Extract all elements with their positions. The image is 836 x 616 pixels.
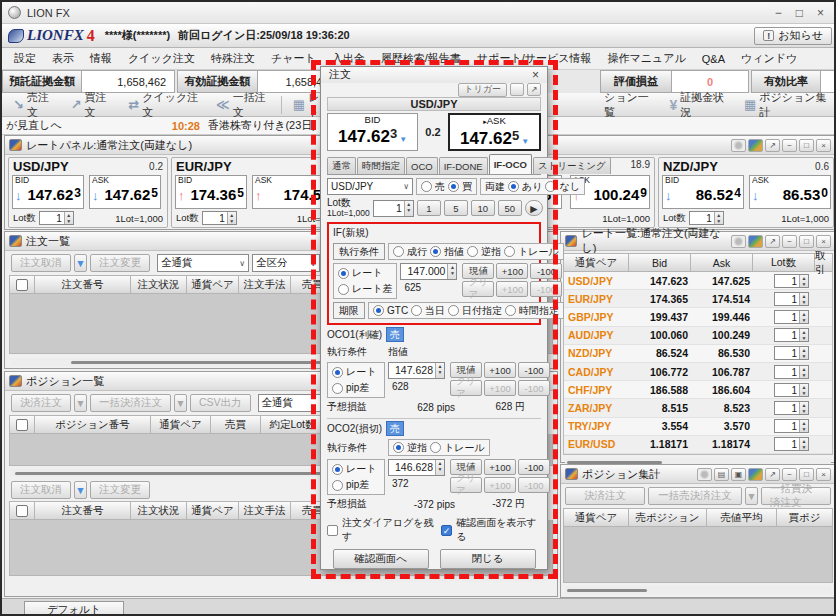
close-order-dropdown[interactable]: ▼	[74, 394, 87, 412]
col-order-number[interactable]: 注文番号	[35, 501, 131, 520]
menu-item[interactable]: 表示	[44, 51, 82, 66]
minus-100-button[interactable]: -100	[518, 459, 550, 475]
close-all-buy-button[interactable]: 一括買決済注文	[761, 487, 831, 505]
trail-radio[interactable]	[430, 442, 441, 453]
lot-spinner[interactable]: 1▲▼	[774, 401, 809, 415]
menu-item[interactable]: クイック注文	[120, 51, 203, 66]
tab-streaming[interactable]: ストリーミング	[533, 157, 611, 174]
panel-close-icon[interactable]: ×	[816, 139, 831, 152]
rate-row-ask[interactable]: 86.530	[692, 347, 754, 359]
rate-row-pair[interactable]: NZD/JPY	[564, 347, 630, 359]
rate-row[interactable]: CAD/JPY 106.772 106.787 1▲▼	[564, 363, 832, 381]
position-list-button[interactable]: ション一覧	[597, 94, 661, 116]
close-sell-dropdown[interactable]: ▼	[745, 487, 758, 505]
col-order-status[interactable]: 注文状況	[131, 275, 187, 294]
rate-row-ask[interactable]: 174.514	[692, 293, 754, 305]
lot-spinner[interactable]: 1▲▼	[373, 200, 414, 217]
gear-icon[interactable]	[697, 468, 712, 481]
menu-item[interactable]: 設定	[6, 51, 44, 66]
minus-100-button-disabled[interactable]: -100	[530, 281, 562, 297]
lot-more-button[interactable]: ▶	[525, 200, 543, 216]
date-radio[interactable]	[448, 305, 459, 316]
gear-icon[interactable]	[731, 139, 746, 152]
pin-icon[interactable]: ↗	[527, 83, 541, 96]
design-icon[interactable]	[748, 139, 763, 152]
lot-spinner[interactable]: 1▲▼	[39, 211, 74, 225]
rate-row-bid[interactable]: 199.437	[630, 311, 692, 323]
col-trade[interactable]: 取引	[815, 253, 833, 272]
rate-row-bid[interactable]: 106.772	[630, 366, 692, 378]
lot-spinner[interactable]: 1▲▼	[774, 437, 809, 451]
select-all-checkbox[interactable]	[16, 279, 28, 291]
rate-radio[interactable]	[332, 464, 343, 475]
popout-icon[interactable]: ↗	[765, 139, 780, 152]
plus-100-button[interactable]: +100	[496, 263, 528, 279]
lot-preset-10[interactable]: 10	[471, 200, 495, 216]
notice-button[interactable]: ! お知らせ	[754, 27, 832, 45]
col-order-status[interactable]: 注文状況	[131, 501, 187, 520]
bid-price-button[interactable]: BID ↓147.623	[12, 175, 84, 209]
rate-row-ask[interactable]: 3.570	[692, 420, 754, 432]
ask-price-button[interactable]: ASK ↑174.5	[252, 175, 324, 209]
layout-icon[interactable]: ▤	[714, 468, 729, 481]
position-summary-button[interactable]: ▦ポジション集計	[737, 94, 834, 116]
col-pair[interactable]: 通貨ペア	[187, 275, 239, 294]
trigger-button[interactable]: トリガー	[458, 83, 507, 97]
stop-radio[interactable]	[467, 246, 478, 257]
rate-radio[interactable]	[338, 268, 349, 279]
panel-maximize-icon[interactable]: □	[799, 468, 814, 481]
minus-100-button-disabled[interactable]: -100	[518, 477, 550, 493]
buy-radio[interactable]	[448, 181, 459, 192]
tab-time[interactable]: 時間指定	[357, 157, 405, 174]
rate-row-bid[interactable]: 1.18171	[630, 438, 692, 450]
rate-row-bid[interactable]: 8.515	[630, 402, 692, 414]
rate-row-bid[interactable]: 147.623	[630, 275, 692, 287]
time-radio[interactable]	[505, 305, 516, 316]
menu-item[interactable]: 履歴検索/報告書	[373, 51, 469, 66]
maximize-icon[interactable]: □	[796, 6, 803, 20]
market-radio[interactable]	[393, 246, 404, 257]
ask-price-button[interactable]: ASK ↓147.625	[89, 175, 161, 209]
rate-row-pair[interactable]: ZAR/JPY	[564, 402, 630, 414]
rate-input[interactable]: 146.628▲▼	[388, 459, 445, 476]
rate-row-bid[interactable]: 186.588	[630, 384, 692, 396]
rate-row-ask[interactable]: 8.523	[692, 402, 754, 414]
lot-preset-1[interactable]: 1	[417, 200, 441, 216]
order-modify-button[interactable]: 注文変更	[90, 254, 150, 272]
rate-row-pair[interactable]: GBP/JPY	[564, 311, 630, 323]
col-sell-position[interactable]: 売ポジション	[629, 508, 707, 527]
select-all-checkbox[interactable]	[16, 419, 28, 431]
trail-radio[interactable]	[504, 246, 515, 257]
hedge-yes-radio[interactable]	[508, 181, 519, 192]
margin-status-button[interactable]: ¥証拠金状況	[663, 94, 735, 116]
panel-minimize-icon[interactable]: −	[782, 468, 797, 481]
tab-if-oco[interactable]: IF-OCO	[489, 154, 532, 174]
rate-row[interactable]: ZAR/JPY 8.515 8.523 1▲▼	[564, 399, 832, 417]
rate-row[interactable]: TRY/JPY 3.554 3.570 1▲▼	[564, 418, 832, 436]
menu-item[interactable]: 操作マニュアル	[599, 51, 693, 66]
rate-row[interactable]: NZD/JPY 86.524 86.530 1▲▼	[564, 345, 832, 363]
lot-spinner[interactable]: 1▲▼	[689, 211, 724, 225]
order-cancel-dropdown[interactable]: ▼	[74, 254, 87, 272]
lot-spinner[interactable]: 1▲▼	[774, 292, 809, 306]
batch-order-button[interactable]: ≪一括注文	[209, 94, 277, 116]
rate-row[interactable]: EUR/USD 1.18171 1.18174 1▲▼	[564, 436, 832, 454]
rate-row-pair[interactable]: AUD/JPY	[564, 329, 630, 341]
design-icon[interactable]	[748, 235, 763, 248]
lot-spinner[interactable]: 1▲▼	[774, 274, 809, 288]
plus-100-button-disabled[interactable]: +100	[496, 281, 528, 297]
close-all-sell-button[interactable]: 一括売決済注文	[648, 487, 742, 505]
rate-row-bid[interactable]: 174.365	[630, 293, 692, 305]
hedge-no-radio[interactable]	[545, 181, 556, 192]
menu-item[interactable]: 特殊注文	[203, 51, 263, 66]
rate-diff-radio[interactable]	[338, 284, 349, 295]
buy-order-button[interactable]: ↗買注文	[64, 94, 120, 116]
rate-row-bid[interactable]: 100.060	[630, 329, 692, 341]
rate-row-bid[interactable]: 3.554	[630, 420, 692, 432]
col-sell-average[interactable]: 売値平均	[707, 508, 777, 527]
col-order-number[interactable]: 注文番号	[35, 275, 131, 294]
rate-row-pair[interactable]: CAD/JPY	[564, 366, 630, 378]
rate-radio[interactable]	[332, 367, 343, 378]
position-summary-hscroll[interactable]	[565, 586, 831, 594]
minus-100-button-disabled[interactable]: -100	[518, 380, 550, 396]
